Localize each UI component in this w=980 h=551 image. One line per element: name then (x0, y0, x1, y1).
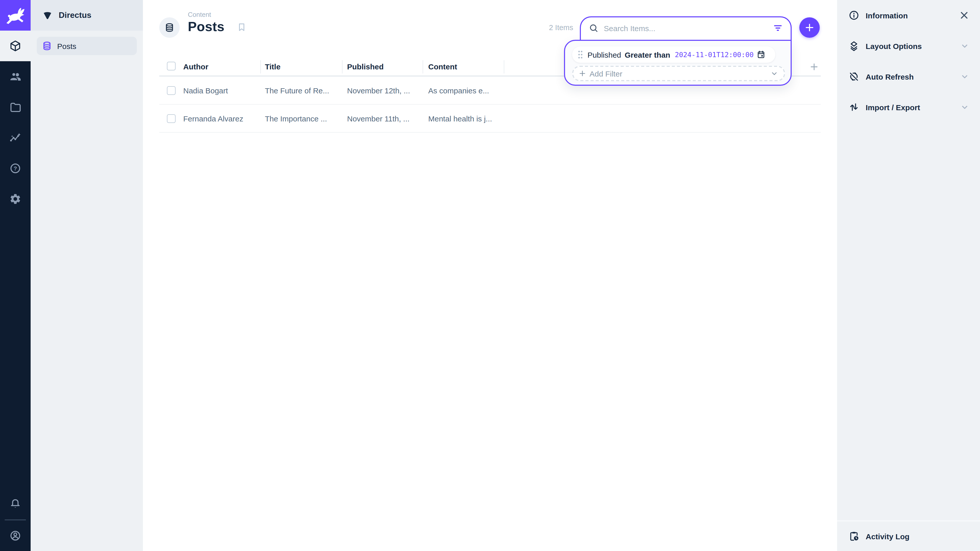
add-filter-label: Add Filter (590, 69, 622, 78)
sidebar-item-label: Layout Options (865, 41, 922, 50)
module-content[interactable] (0, 30, 30, 61)
column-header-title[interactable]: Title (265, 62, 280, 71)
nav-item-label: Posts (57, 41, 76, 50)
swap-vert-icon-wrap (848, 102, 859, 113)
sidebar-activity-log[interactable]: Activity Log (837, 520, 980, 551)
notifications-button[interactable] (0, 489, 30, 519)
module-users[interactable] (0, 61, 30, 92)
chevron-down-icon (770, 69, 779, 78)
activity-log-icon (848, 530, 859, 542)
module-bar-bottom (0, 489, 30, 551)
module-help[interactable]: ? (0, 153, 30, 184)
column-header-published[interactable]: Published (347, 62, 383, 71)
project-header[interactable]: Directus (30, 0, 143, 30)
column-divider (342, 60, 342, 73)
layers-icon-wrap (848, 40, 859, 52)
filter-field: Published (587, 50, 621, 59)
chevron-down-icon (959, 71, 970, 82)
sidebar-item-label: Import / Export (865, 103, 920, 111)
gear-icon (9, 193, 21, 205)
cell-title: The Importance ... (265, 114, 327, 123)
cell-content: As companies e... (428, 86, 489, 95)
plus-icon (809, 62, 819, 72)
chevron-down-icon-wrap (959, 102, 970, 112)
calendar-icon-wrap[interactable] (756, 50, 765, 59)
nav-item-posts[interactable]: Posts (37, 37, 137, 55)
box-icon (9, 40, 21, 52)
users-icon (9, 70, 21, 83)
breadcrumb: Content (188, 11, 224, 18)
main-content: Content Posts 2 Items Published Greater … (143, 0, 837, 551)
help-icon: ? (9, 162, 21, 175)
close-icon (959, 10, 970, 21)
row-checkbox[interactable] (167, 114, 176, 123)
drag-handle-icon (577, 50, 584, 59)
chevron-down-icon-wrap (959, 71, 970, 82)
insights-icon (9, 132, 21, 144)
info-icon (848, 10, 859, 21)
bookmark-button[interactable] (237, 22, 247, 32)
close-sidebar-button[interactable] (959, 10, 970, 21)
info-icon-wrap (848, 10, 859, 21)
filter-operator[interactable]: Greater than (625, 50, 670, 59)
column-divider (504, 60, 504, 73)
select-all-checkbox[interactable] (167, 62, 176, 70)
search-bar (580, 16, 792, 40)
column-divider (260, 60, 261, 73)
database-icon (42, 41, 52, 51)
directus-app: ? (0, 0, 980, 551)
sidebar-item-auto-refresh[interactable]: Auto Refresh (837, 61, 980, 92)
chevron-down-icon-wrap (959, 41, 970, 51)
plus-icon (578, 69, 587, 78)
row-checkbox[interactable] (167, 86, 176, 95)
swap-vert-icon (848, 102, 859, 113)
project-logo-icon (42, 10, 53, 21)
search-icon-wrap (589, 23, 599, 33)
database-icon (164, 22, 175, 33)
folder-icon (9, 101, 21, 113)
sidebar-item-information[interactable]: Information (837, 0, 980, 30)
column-divider (423, 60, 423, 73)
module-bar: ? (0, 0, 30, 551)
cell-title: The Future of Re... (265, 86, 329, 95)
sync-disabled-icon (848, 71, 859, 82)
chevron-down-icon (959, 102, 970, 112)
cell-published: November 12th, ... (347, 86, 410, 95)
directus-logo-button[interactable] (0, 0, 30, 30)
add-filter-button[interactable]: Add Filter (572, 66, 785, 81)
search-input[interactable] (604, 24, 772, 32)
cell-published: November 11th, ... (347, 114, 410, 123)
sidebar-item-import-export[interactable]: Import / Export (837, 92, 980, 122)
sidebar-item-layout-options[interactable]: Layout Options (837, 30, 980, 61)
bookmark-icon (237, 22, 247, 32)
add-column-button[interactable] (809, 62, 819, 72)
filter-rule-chip[interactable]: Published Greater than 2024-11-01T12:00:… (572, 46, 775, 63)
directus-rabbit-logo-icon (4, 4, 27, 27)
module-files[interactable] (0, 92, 30, 122)
sidebar-item-label: Auto Refresh (865, 72, 914, 81)
module-insights[interactable] (0, 122, 30, 153)
filter-icon (772, 22, 783, 34)
cell-content: Mental health is j... (428, 114, 492, 123)
filter-dropdown: Published Greater than 2024-11-01T12:00:… (564, 40, 792, 86)
cell-author: Nadia Bogart (183, 86, 228, 95)
activity-log-label: Activity Log (865, 532, 910, 540)
search-icon (589, 23, 599, 33)
filter-value[interactable]: 2024-11-01T12:00:00 (675, 51, 754, 59)
bell-icon (9, 498, 21, 510)
table-row[interactable]: Fernanda Alvarez The Importance ... Nove… (159, 105, 821, 133)
add-item-button[interactable] (799, 17, 820, 38)
cell-author: Fernanda Alvarez (183, 114, 243, 123)
account-button[interactable] (0, 520, 30, 551)
plus-icon (804, 22, 815, 33)
account-icon (9, 530, 21, 542)
module-settings[interactable] (0, 184, 30, 214)
project-name: Directus (59, 11, 91, 20)
column-header-author[interactable]: Author (183, 62, 208, 71)
column-header-content[interactable]: Content (428, 62, 457, 71)
collection-icon-button[interactable] (159, 17, 180, 38)
nav-sidebar: Directus Posts (30, 0, 143, 551)
sidebar-item-label: Information (865, 11, 908, 20)
filter-toggle-button[interactable] (772, 22, 783, 34)
layers-icon (848, 40, 859, 52)
